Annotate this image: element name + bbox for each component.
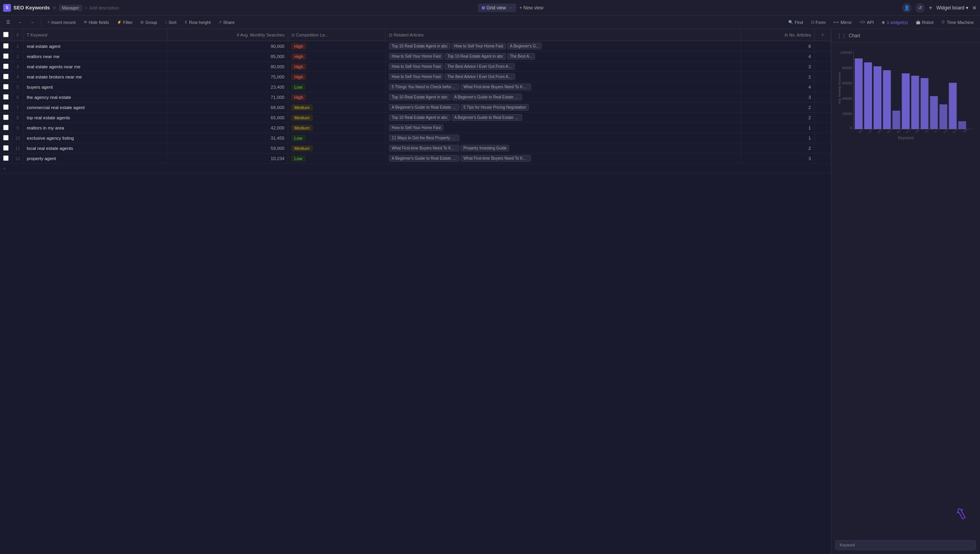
competition-cell[interactable]: Low [288,133,386,143]
table-row[interactable]: 11local real estate agents59,000MediumWh… [0,143,831,153]
no-articles-cell[interactable]: 1 [741,133,815,143]
widget-button[interactable]: ◉ 1 widget(s) [878,19,911,26]
article-tag[interactable]: 11 Ways to Get the Best Property Price [389,135,459,141]
no-articles-header[interactable]: fx No. Articles [741,29,815,41]
row-checkbox[interactable] [3,125,9,130]
time-machine-button[interactable]: ⏱ Time Machine [938,19,977,26]
table-row[interactable]: 6the agency real estate71,000HighTop 10 … [0,92,831,102]
table-row[interactable]: 5buyers agent23,400Low5 Things You Need … [0,82,831,92]
bar-4[interactable] [883,70,891,129]
refresh-icon[interactable]: ↺ [915,3,925,13]
article-tag[interactable]: How to Sell Your Home Fast [389,73,443,80]
competition-cell[interactable]: Low [288,153,386,164]
user-avatar[interactable]: 👤 [902,3,911,13]
related-articles-cell[interactable]: How to Sell Your Home FastThe Best Advic… [386,62,741,72]
table-row[interactable]: 2realtors near me85,000HighHow to Sell Y… [0,51,831,62]
avg-monthly-cell[interactable]: 75,000 [167,72,288,82]
competition-cell[interactable]: High [288,72,386,82]
no-articles-cell[interactable]: 1 [741,123,815,133]
article-tag[interactable]: Top 10 Real Estate Agent in abc [389,43,450,49]
select-all-checkbox[interactable] [3,32,9,37]
competition-cell[interactable]: High [288,62,386,72]
api-button[interactable]: </> API [857,19,877,26]
related-articles-cell[interactable]: 5 Things You Need to Check before You P.… [386,82,741,92]
group-button[interactable]: ⊞ Group [137,19,160,26]
filter-button[interactable]: ⚡ Filter [114,19,136,26]
bar-10[interactable] [940,104,947,129]
close-button[interactable]: ✕ [972,5,977,11]
keyword-cell[interactable]: realtors in my area [24,123,167,133]
article-tag[interactable]: A Beginner's Guide to Real Estate Invest… [452,94,522,100]
avg-monthly-cell[interactable]: 65,000 [167,113,288,123]
avg-monthly-cell[interactable]: 23,400 [167,82,288,92]
keyword-cell[interactable]: real estate brokers near me [24,72,167,82]
table-row[interactable]: 4real estate brokers near me75,000HighHo… [0,72,831,82]
article-tag[interactable]: 5 Things You Need to Check before You P.… [389,84,459,90]
insert-record-button[interactable]: + Insert record [44,19,79,26]
keyword-cell[interactable]: top real estate agents [24,113,167,123]
related-articles-cell[interactable]: 11 Ways to Get the Best Property Price [386,133,741,143]
keyword-cell[interactable]: local real estate agents [24,143,167,153]
widget-board-label[interactable]: Widget board ▾ [936,5,968,11]
competition-cell[interactable]: High [288,41,386,51]
article-tag[interactable]: How to Sell Your Home Fast [389,124,443,131]
article-tag[interactable]: A Beginner's G... [507,43,542,49]
row-checkbox[interactable] [3,115,9,120]
article-tag[interactable]: How to Sell Your Home Fast [452,43,506,49]
row-checkbox[interactable] [3,53,9,59]
keyword-cell[interactable]: the agency real estate [24,92,167,102]
new-view-button[interactable]: + New view [519,5,544,11]
article-tag[interactable]: What First-time Buyers Need To Know Ab..… [461,84,531,90]
keyword-cell[interactable]: exclusive agency listing [24,133,167,143]
article-tag[interactable]: A Beginner's Guide to Real Estate Invest… [389,155,459,162]
related-articles-cell[interactable]: What First-time Buyers Need To Know Ab..… [386,143,741,153]
bar-2[interactable] [864,62,872,129]
add-panel-button[interactable]: + [929,4,932,11]
find-button[interactable]: 🔍 Find [785,19,806,26]
related-articles-cell[interactable]: Top 10 Real Estate Agent in abcHow to Se… [386,41,741,51]
no-articles-cell[interactable]: 3 [741,62,815,72]
no-articles-cell[interactable]: 4 [741,82,815,92]
add-column-header[interactable]: + [814,29,831,41]
robot-button[interactable]: 🤖 Robot [913,19,936,26]
table-row[interactable]: 10exclusive agency listing31,455Low11 Wa… [0,133,831,143]
avg-monthly-header[interactable]: # Avg. Monthly Searches [167,29,288,41]
competition-cell[interactable]: Medium [288,113,386,123]
article-tag[interactable]: The Best Advice I Ever Got From A Real E… [445,63,515,70]
keyword-cell[interactable]: real estate agent [24,41,167,51]
row-checkbox[interactable] [3,94,9,100]
article-tag[interactable]: What First-time Buyers Need To Know Ab..… [461,155,531,162]
article-tag[interactable]: Property Investing Guide [461,145,509,151]
table-row[interactable]: 7commercial real estate agent68,000Mediu… [0,102,831,113]
article-tag[interactable]: Top 10 Real Estate Agent in abc [445,53,506,60]
table-row[interactable]: 9realtors in my area42,000MediumHow to S… [0,123,831,133]
article-tag[interactable]: A Beginner's Guide to Real Estate Invest… [452,114,522,121]
article-tag[interactable]: What First-time Buyers Need To Know Ab..… [389,145,459,151]
keyword-cell[interactable]: buyers agent [24,82,167,92]
row-checkbox[interactable] [3,43,9,49]
avg-monthly-cell[interactable]: 42,000 [167,123,288,133]
table-row[interactable]: 8top real estate agents65,000MediumTop 1… [0,113,831,123]
competition-cell[interactable]: High [288,92,386,102]
article-tag[interactable]: Top 10 Real Estate Agent in abc [389,94,450,100]
row-height-button[interactable]: ⇕ Row height [181,19,214,26]
no-articles-cell[interactable]: 2 [741,72,815,82]
no-articles-cell[interactable]: 3 [741,92,815,102]
row-checkbox[interactable] [3,135,9,140]
table-row[interactable]: 3real estate agents near me80,000HighHow… [0,62,831,72]
grid-view-tab[interactable]: Grid view ⋯ [478,4,516,12]
row-checkbox[interactable] [3,64,9,69]
avg-monthly-cell[interactable]: 90,000 [167,41,288,51]
bar-6[interactable] [902,73,910,129]
no-articles-cell[interactable]: 8 [741,41,815,51]
add-column-icon[interactable]: + [818,31,828,38]
article-tag[interactable]: The Best Advice I Ever Got From A Real E… [445,73,515,80]
competition-header[interactable]: ⊙ Competition Le... [288,29,386,41]
avg-monthly-cell[interactable]: 10,234 [167,153,288,164]
row-checkbox[interactable] [3,145,9,151]
article-tag[interactable]: How to Sell Your Home Fast [389,53,443,60]
view-tab-more-icon[interactable]: ⋯ [508,5,512,11]
bar-3[interactable] [874,66,882,129]
toggle-sidebar-button[interactable]: ☰ [3,18,13,26]
article-tag[interactable]: Top 10 Real Estate Agent in abc [389,114,450,121]
